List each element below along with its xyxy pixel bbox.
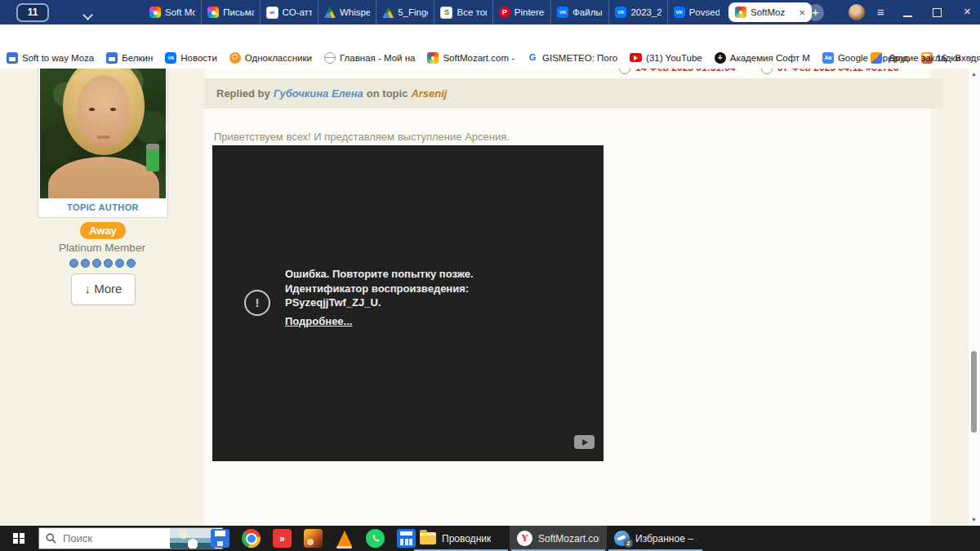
bookmark-label: (31) YouTube xyxy=(646,53,702,63)
error-details-link[interactable]: Подробнее... xyxy=(285,314,571,329)
search-icon xyxy=(46,533,56,544)
window-close-button[interactable]: × xyxy=(964,4,971,18)
scrollbar-track[interactable] xyxy=(968,69,980,526)
browser-menu-button[interactable]: ≡ xyxy=(877,5,884,19)
start-button[interactable] xyxy=(0,526,38,551)
globe-icon xyxy=(324,52,336,64)
bookmark-item[interactable]: Soft to way Moza xyxy=(7,52,94,64)
folder-icon xyxy=(420,532,436,544)
search-input[interactable] xyxy=(61,531,130,545)
on-topic-label: on topic xyxy=(367,87,408,100)
scrollbar-thumb[interactable] xyxy=(971,351,977,433)
window-label: Избранное – (2) xyxy=(635,533,697,544)
bookmark-item[interactable]: Главная - Мой на xyxy=(324,52,415,64)
new-tab-button[interactable]: + xyxy=(807,4,824,21)
app-thumbnail-icon xyxy=(7,52,18,64)
browser-tab-bar: 11 Soft Moza Письма из ∞ СО-аттест Whisp… xyxy=(0,0,980,24)
gismeteo-icon: G xyxy=(527,52,538,64)
scrollbar-down-arrow[interactable]: ▼ xyxy=(971,517,977,522)
browser-tab[interactable]: Письма из xyxy=(202,0,260,24)
more-button[interactable]: ↓ More xyxy=(71,273,136,305)
error-playback-id: PSyzeqjjTwf_ZJ_U. xyxy=(285,295,571,310)
vk-icon: VK xyxy=(165,52,176,64)
red-player-app-icon[interactable]: » xyxy=(273,529,292,548)
profile-avatar[interactable] xyxy=(849,4,865,20)
pinterest-icon: P xyxy=(499,7,510,18)
music-app-icon[interactable] xyxy=(304,529,323,548)
scrollbar-up-arrow[interactable]: ▲ xyxy=(971,71,977,77)
tab-title: 2023_2_S xyxy=(630,7,661,17)
tab-title: Файлы xyxy=(572,7,603,17)
browser-toolbar: ← → ↻ softmozart.com SoftMozart.com - Ar… xyxy=(0,24,980,47)
tab-list-chevron-button[interactable] xyxy=(84,7,91,22)
bookmark-item[interactable]: (31) YouTube xyxy=(630,53,702,63)
taskbar-window-favorites[interactable]: 2 Избранное – (2) xyxy=(607,526,704,551)
bookmark-item[interactable]: G GISMETEO: Пого xyxy=(527,52,617,64)
favorites-icon: 2 xyxy=(614,531,630,546)
avatar-photo[interactable] xyxy=(40,69,166,198)
window-label: SoftMozart.com - ... xyxy=(538,533,599,544)
tab-title: Все товар xyxy=(457,7,486,17)
whatsapp-icon[interactable] xyxy=(366,529,385,548)
bookmark-label: Главная - Мой на xyxy=(340,53,415,63)
browser-tab[interactable]: Whispering xyxy=(318,0,376,24)
bookmark-label: GISMETEO: Пого xyxy=(542,53,617,63)
browser-tab-active[interactable]: SoftMoz × xyxy=(728,2,812,22)
window-minimize-button[interactable] xyxy=(903,16,912,17)
browser-tab[interactable]: P Pinterest xyxy=(493,0,551,24)
browser-tab[interactable]: Soft Moza xyxy=(144,0,202,24)
post-meta-right: 07 Фев 2023 04:12 #61726 xyxy=(761,69,898,75)
browser-tab[interactable]: VK 2023_2_S xyxy=(609,0,667,24)
bookmark-label: Академия Софт М xyxy=(730,53,810,63)
tab-title: Soft Moza xyxy=(165,7,195,17)
vlc-icon[interactable] xyxy=(335,529,354,548)
taskbar-search-box[interactable] xyxy=(38,527,223,549)
other-bookmarks-button[interactable]: Другие закладки xyxy=(871,47,972,69)
bookmark-item[interactable]: Белкин xyxy=(106,52,153,64)
author-link[interactable]: Губочкина Елена xyxy=(274,87,363,100)
window-label: Проводник xyxy=(442,533,491,544)
chevron-down-icon xyxy=(82,10,93,20)
bookmark-label: Одноклассники xyxy=(245,53,312,63)
rank-dot xyxy=(69,259,78,268)
rank-dots xyxy=(38,259,167,268)
browser-tab[interactable]: ∞ СО-аттест xyxy=(261,0,318,24)
app-thumbnail-icon xyxy=(106,52,118,64)
chrome-icon[interactable] xyxy=(242,529,261,548)
author-card: TOPIC AUTHOR xyxy=(38,69,168,218)
bookmark-item[interactable]: + Академия Софт М xyxy=(715,52,810,64)
tab-strip: Soft Moza Письма из ∞ СО-аттест Whisperi… xyxy=(144,0,725,24)
google-translate-icon: Аа xyxy=(822,52,834,64)
browser-tab[interactable]: 5_Fingers_ xyxy=(376,0,434,24)
search-highlight-image[interactable] xyxy=(170,528,216,549)
rank-dot xyxy=(81,259,90,268)
bookmark-label: Soft to way Moza xyxy=(22,53,94,63)
youtube-player[interactable]: ! Ошибка. Повторите попытку позже. Идент… xyxy=(212,145,604,461)
bookmark-label: Новости xyxy=(180,53,217,63)
browser-tab[interactable]: S Все товар xyxy=(434,0,492,24)
taskbar-window-browser[interactable]: Y SoftMozart.com - ... xyxy=(510,526,607,551)
topic-link[interactable]: Arsenij xyxy=(411,87,447,100)
other-bookmarks-label: Другие закладки xyxy=(889,53,960,63)
softmozart-icon xyxy=(427,52,439,64)
bookmark-item[interactable]: SoftMozart.com - xyxy=(427,52,514,64)
rank-dot xyxy=(104,259,113,268)
youtube-watermark-icon[interactable] xyxy=(574,435,595,449)
post-meta-text: 14 Фев 2023 01:31:04 xyxy=(635,69,735,75)
pinned-app-icons: » xyxy=(211,529,416,548)
browser-tab[interactable]: VK Файлы xyxy=(551,0,609,24)
taskbar-window-explorer[interactable]: Проводник xyxy=(412,526,510,551)
save-app-icon[interactable] xyxy=(211,529,229,548)
browser-tab[interactable]: VK Povsednev xyxy=(668,0,725,24)
close-tab-icon[interactable]: × xyxy=(799,7,805,18)
tab-counter-button[interactable]: 11 xyxy=(16,3,49,22)
post-meta-text: 07 Фев 2023 04:12 #61726 xyxy=(777,69,898,75)
tab-title: Pinterest xyxy=(514,7,545,17)
bookmark-folder-icon xyxy=(871,52,882,64)
calendar-icon xyxy=(761,69,773,74)
vk-icon: VK xyxy=(674,7,685,18)
bookmark-item[interactable]: Одноклассники xyxy=(229,52,312,64)
bookmark-item[interactable]: VK Новости xyxy=(165,52,217,64)
rank-dot xyxy=(92,259,101,268)
window-restore-button[interactable] xyxy=(933,8,942,17)
